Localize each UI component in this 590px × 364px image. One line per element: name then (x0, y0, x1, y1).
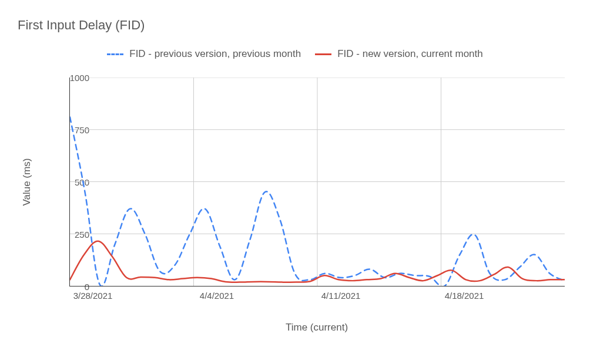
chart-container: First Input Delay (FID) FID - previous v… (0, 0, 590, 364)
legend-label-previous: FID - previous version, previous month (129, 48, 301, 60)
chart-title: First Input Delay (FID) (18, 18, 145, 33)
series-line-0 (70, 117, 565, 286)
y-axis-label: Value (ms) (21, 159, 33, 206)
legend-item-previous: FID - previous version, previous month (107, 48, 301, 60)
legend-item-current: FID - new version, current month (315, 48, 483, 60)
x-tick-3: 4/18/2021 (445, 291, 484, 301)
legend: FID - previous version, previous month F… (0, 48, 590, 60)
legend-swatch-solid (315, 53, 331, 55)
x-tick-2: 4/11/2021 (321, 291, 361, 301)
x-tick-1: 4/4/2021 (200, 291, 234, 301)
plot-area (69, 77, 565, 287)
series-line-1 (70, 241, 565, 282)
x-axis-label: Time (current) (286, 322, 348, 333)
legend-label-current: FID - new version, current month (337, 48, 483, 60)
x-tick-0: 3/28/2021 (73, 291, 113, 301)
data-lines (70, 77, 565, 286)
legend-swatch-dashed (107, 53, 123, 55)
